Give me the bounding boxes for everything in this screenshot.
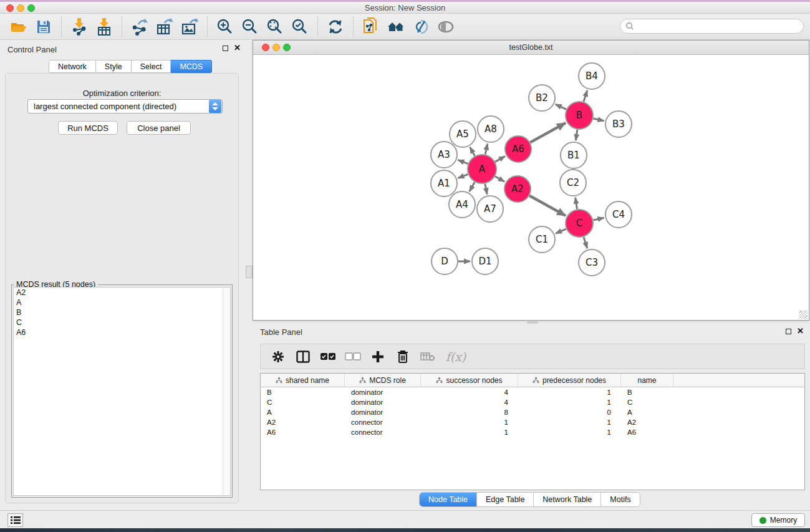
zoom-fit-icon[interactable] <box>263 16 287 38</box>
edge-B-B4[interactable] <box>584 90 587 102</box>
float-table-panel-icon[interactable] <box>786 329 791 334</box>
table-row[interactable]: A6connector11A6 <box>261 427 804 437</box>
edge-A-A3[interactable] <box>458 160 468 163</box>
tab-network-table[interactable]: Network Table <box>533 493 600 506</box>
edge-A-A8[interactable] <box>485 143 488 154</box>
table-row[interactable]: Bdominator41B <box>261 387 804 397</box>
tab-edge-table[interactable]: Edge Table <box>476 493 533 506</box>
cell-mcds-role[interactable]: dominator <box>345 407 421 417</box>
resize-grip-icon[interactable] <box>799 311 808 319</box>
edge-A2-C[interactable] <box>529 196 566 216</box>
select-all-icon[interactable] <box>317 346 339 367</box>
search-input[interactable] <box>634 22 803 31</box>
vertical-splitter-handle[interactable] <box>246 266 253 278</box>
open-file-icon[interactable] <box>6 16 31 38</box>
export-image-icon[interactable] <box>177 16 202 38</box>
edge-A-A7[interactable] <box>485 184 487 195</box>
cell-mcds-role[interactable]: connector <box>345 417 421 427</box>
list-scrollbar[interactable] <box>223 288 230 495</box>
tab-motifs[interactable]: Motifs <box>600 493 639 506</box>
tab-network[interactable]: Network <box>49 60 96 73</box>
cell-successor-nodes[interactable]: 1 <box>421 427 518 437</box>
zoom-selected-icon[interactable] <box>287 16 312 38</box>
close-panel-icon[interactable]: ✕ <box>234 45 241 51</box>
edge-A-A4[interactable] <box>470 182 475 191</box>
edge-B-B2[interactable] <box>556 104 566 109</box>
export-table-icon[interactable] <box>152 16 177 38</box>
cell-mcds-role[interactable]: dominator <box>345 397 421 407</box>
tab-select[interactable]: Select <box>132 60 171 73</box>
close-table-panel-icon[interactable]: ✕ <box>797 328 804 334</box>
cell-mcds-role[interactable]: dominator <box>345 387 421 397</box>
cell-predecessor-nodes[interactable]: 0 <box>518 407 621 417</box>
edge-C-C1[interactable] <box>556 229 566 233</box>
cell-name[interactable]: C <box>621 397 673 407</box>
edge-A-A5[interactable] <box>470 147 475 156</box>
edge-C-C3[interactable] <box>584 237 587 248</box>
network-graph[interactable]: B4B2BB3A5A8A6A3AB1A1C2A2A4A7C4CC1DD1C3 <box>254 56 809 320</box>
import-table-icon[interactable] <box>92 16 117 38</box>
cell-predecessor-nodes[interactable]: 1 <box>518 397 621 407</box>
result-list-item[interactable]: A <box>14 297 230 307</box>
columns-icon[interactable] <box>292 346 314 367</box>
cell-shared-name[interactable]: C <box>261 397 345 407</box>
column-header-successor-nodes[interactable]: successor nodes <box>421 374 518 387</box>
column-header-predecessor-nodes[interactable]: predecessor nodes <box>518 374 621 387</box>
close-panel-button[interactable]: Close panel <box>127 121 191 135</box>
import-network-icon[interactable] <box>67 16 92 38</box>
edge-A6-B[interactable] <box>530 123 566 142</box>
table-row[interactable]: Adominator80A <box>261 407 804 417</box>
cell-successor-nodes[interactable]: 1 <box>421 417 518 427</box>
zoom-in-icon[interactable] <box>213 16 238 38</box>
gear-icon[interactable] <box>267 346 289 367</box>
trash-icon[interactable] <box>392 346 414 367</box>
edge-A-A6[interactable] <box>495 157 505 162</box>
tab-style[interactable]: Style <box>96 60 132 73</box>
cell-shared-name[interactable]: A <box>261 407 345 417</box>
deselect-all-icon[interactable] <box>342 346 364 367</box>
network-file-icon[interactable] <box>359 16 383 38</box>
criterion-dropdown[interactable]: largest connected component (directed) <box>27 99 223 114</box>
hide-details-icon[interactable] <box>408 16 433 38</box>
horizontal-splitter-handle[interactable] <box>527 321 538 324</box>
table-row[interactable]: Cdominator41C <box>261 397 804 407</box>
table-row[interactable]: A2connector11A2 <box>261 417 804 427</box>
cell-predecessor-nodes[interactable]: 1 <box>518 427 621 437</box>
task-history-button[interactable] <box>7 513 23 527</box>
save-session-icon[interactable] <box>31 16 56 38</box>
refresh-icon[interactable] <box>323 16 348 38</box>
cell-name[interactable]: B <box>621 387 673 397</box>
cell-name[interactable]: A <box>621 407 673 417</box>
edge-C-C2[interactable] <box>576 198 577 210</box>
cell-predecessor-nodes[interactable]: 1 <box>518 387 621 397</box>
cell-shared-name[interactable]: A2 <box>261 417 345 427</box>
result-list-item[interactable]: C <box>14 317 230 327</box>
edge-A-A2[interactable] <box>495 177 504 182</box>
result-list-item[interactable]: A6 <box>14 327 230 337</box>
add-icon[interactable] <box>367 346 389 367</box>
mcds-result-list[interactable]: A2ABCA6 <box>13 287 231 496</box>
memory-button[interactable]: Memory <box>751 513 805 527</box>
cell-successor-nodes[interactable]: 8 <box>421 407 518 417</box>
node-table[interactable]: shared nameMCDS rolesuccessor nodesprede… <box>260 373 805 490</box>
cell-shared-name[interactable]: A6 <box>261 427 345 437</box>
cell-successor-nodes[interactable]: 4 <box>421 397 518 407</box>
result-list-item[interactable]: B <box>14 307 230 317</box>
column-header-mcds-role[interactable]: MCDS role <box>345 374 421 387</box>
float-panel-icon[interactable] <box>223 46 228 51</box>
run-mcds-button[interactable]: Run MCDS <box>58 121 118 135</box>
zoom-out-icon[interactable] <box>238 16 263 38</box>
tab-node-table[interactable]: Node Table <box>420 493 476 506</box>
cell-predecessor-nodes[interactable]: 1 <box>518 417 621 427</box>
export-network-icon[interactable] <box>127 16 152 38</box>
cell-name[interactable]: A6 <box>621 427 673 437</box>
edge-B-B3[interactable] <box>593 118 604 121</box>
cell-successor-nodes[interactable]: 4 <box>421 387 518 397</box>
result-list-item[interactable]: A2 <box>14 288 230 297</box>
eye-icon[interactable] <box>433 16 458 38</box>
cell-shared-name[interactable]: B <box>261 387 345 397</box>
home-icon[interactable] <box>383 16 408 38</box>
edge-C-C4[interactable] <box>593 218 604 220</box>
cell-name[interactable]: A2 <box>621 417 673 427</box>
edge-A-A1[interactable] <box>458 174 468 178</box>
